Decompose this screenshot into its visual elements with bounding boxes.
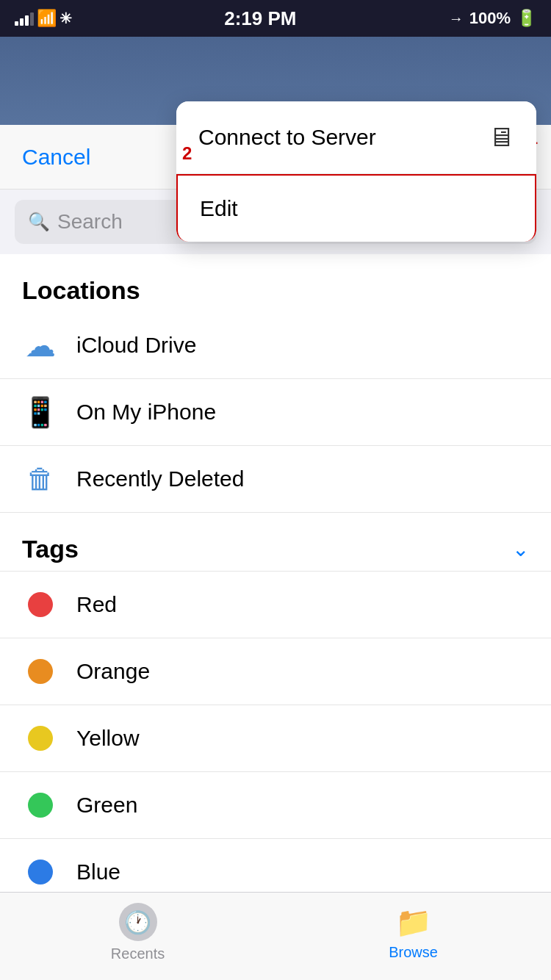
tab-browse[interactable]: 📁 Browse — [276, 905, 551, 968]
battery-icon: 🔋 — [516, 9, 536, 28]
tag-item-red[interactable]: Red — [0, 572, 551, 638]
tab-bar: 🕐 Recents 📁 Browse — [0, 892, 551, 980]
red-label: Red — [76, 592, 117, 617]
list-item-iphone[interactable]: 📱 On My iPhone — [0, 379, 551, 446]
search-placeholder: Search — [57, 210, 123, 234]
green-dot-icon — [22, 787, 59, 824]
tag-item-orange[interactable]: Orange — [0, 638, 551, 705]
browse-icon: 📁 — [395, 905, 432, 940]
orange-label: Orange — [76, 659, 150, 684]
edit-label: Edit — [200, 196, 238, 221]
signal-area: 📶 ✳ — [15, 9, 72, 28]
iphone-icon: 📱 — [22, 394, 59, 430]
status-time: 2:19 PM — [224, 7, 296, 30]
activity-icon: ✳ — [60, 10, 72, 27]
status-right-area: → 100% 🔋 — [449, 9, 536, 28]
recents-label: Recents — [111, 945, 165, 962]
blue-dot-icon — [22, 854, 59, 890]
connect-to-server-label: Connect to Server — [198, 125, 376, 150]
icloud-label: iCloud Drive — [76, 333, 196, 358]
location-icon: → — [449, 10, 464, 27]
list-item-icloud[interactable]: ☁ iCloud Drive — [0, 312, 551, 379]
blue-label: Blue — [76, 860, 120, 884]
search-icon: 🔍 — [28, 212, 50, 232]
edit-item[interactable]: Edit — [176, 174, 536, 242]
status-bar: 📶 ✳ 2:19 PM → 100% 🔋 — [0, 0, 551, 37]
badge-2: 2 — [182, 143, 192, 164]
cancel-button[interactable]: Cancel — [22, 145, 90, 170]
monitor-icon: 🖥 — [488, 122, 514, 153]
green-label: Green — [76, 793, 137, 818]
signal-icon — [15, 11, 34, 26]
trash-icon-wrap: 🗑 — [22, 461, 59, 497]
browse-label: Browse — [389, 944, 438, 961]
list-item-recently-deleted[interactable]: 🗑 Recently Deleted — [0, 446, 551, 513]
chevron-down-icon: ⌄ — [512, 537, 529, 561]
tab-recents[interactable]: 🕐 Recents — [0, 903, 276, 970]
wifi-icon: 📶 — [37, 9, 57, 28]
tags-header[interactable]: Tags ⌄ — [0, 513, 551, 572]
yellow-dot-icon — [22, 720, 59, 757]
dropdown-menu: Connect to Server 🖥 Edit — [176, 101, 536, 242]
tag-item-yellow[interactable]: Yellow — [0, 705, 551, 772]
locations-section-title: Locations — [0, 254, 551, 312]
battery-label: 100% — [469, 9, 511, 28]
recents-icon: 🕐 — [119, 903, 157, 941]
connect-to-server-item[interactable]: Connect to Server 🖥 — [176, 101, 536, 174]
yellow-label: Yellow — [76, 726, 140, 751]
tag-item-green[interactable]: Green — [0, 772, 551, 839]
red-dot-icon — [22, 586, 59, 623]
main-content: Locations ☁ iCloud Drive 📱 On My iPhone … — [0, 254, 551, 905]
recently-deleted-label: Recently Deleted — [76, 466, 244, 491]
tags-section-title: Tags — [22, 535, 79, 563]
iphone-label: On My iPhone — [76, 400, 216, 425]
icloud-icon: ☁ — [22, 327, 59, 364]
orange-dot-icon — [22, 653, 59, 690]
